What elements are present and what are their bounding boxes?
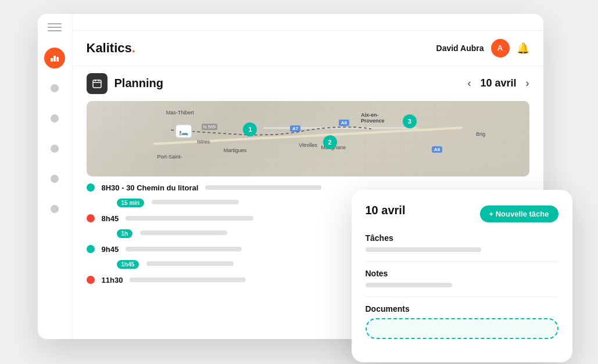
time-2: 8h45 [102,214,119,223]
svg-rect-2 [56,57,59,62]
card-date: 10 avril [366,204,406,217]
highway-a7: A7 [290,125,300,132]
sidebar-item-4[interactable] [44,168,65,189]
document-upload-box[interactable] [366,318,558,339]
map-label-aix: Aix-en-Provence [361,112,385,124]
road-label: N 569 [202,124,217,130]
header [38,14,543,31]
map-label-brig: Brig [476,131,485,137]
notes-section: Notes [366,269,558,287]
planning-title: Planning [114,77,163,90]
tasks-bar [366,247,481,252]
map-marker-2[interactable]: 2 [323,135,337,149]
sidebar-item-5[interactable] [44,199,65,219]
map-marker-3[interactable]: 3 [403,114,417,128]
duration-1: 15 min [117,199,145,207]
dot-2 [87,214,95,222]
svg-rect-3 [93,80,101,88]
divider-2 [366,297,558,297]
tasks-section: Tâches [366,233,558,252]
next-arrow[interactable]: › [526,77,529,89]
time-4: 11h30 [102,276,123,284]
svg-rect-0 [51,58,53,62]
menu-icon[interactable] [48,23,62,34]
bar-4 [130,277,246,282]
route-svg [87,101,529,176]
divider-1 [366,261,558,262]
bar-dur-2 [140,230,227,235]
duration-2: 1h [117,229,133,238]
bar-3 [126,247,242,251]
time-1: 8H30 - 30 Chemin du litoral [102,183,199,192]
time-3: 9h45 [102,245,119,254]
dot-1 [87,183,95,192]
map-label-istres: Istres [197,139,210,145]
logo: Kalitics. [87,41,135,56]
sidebar-item-2[interactable] [44,108,65,129]
planning-bar: Planning ‹ 10 avril › [73,66,543,101]
card-header: 10 avril + Nouvelle tâche [366,204,558,224]
bell-icon[interactable]: 🔔 [517,42,529,55]
map-label-mas-thibert: Mas-Thibert [166,110,194,116]
dot-3 [87,245,95,253]
bar-1 [205,185,321,190]
duration-3: 1h45 [117,260,139,269]
new-task-button[interactable]: + Nouvelle tâche [480,206,558,222]
sidebar-item-charts[interactable] [44,48,65,69]
bar-dur-3 [146,261,234,266]
documents-label: Documents [366,304,558,313]
notes-bar [366,283,452,287]
sidebar [38,14,73,339]
bar-dur-1 [152,200,239,204]
road-2 [263,127,418,129]
map-container: A7 A8 A8 Mas-Thibert Istres Aix-en-Prove… [87,101,529,176]
svg-rect-1 [53,56,56,62]
documents-section: Documents [366,304,558,339]
map-label-port-saint: Port-Saint- [157,154,182,160]
map-label-vitrolles: Vitrolles [299,142,317,148]
notes-label: Notes [366,269,558,278]
user-name: David Aubra [436,44,484,53]
map-label-martigues: Martigues [224,147,247,153]
floating-card: 10 avril + Nouvelle tâche Tâches Notes D… [352,190,572,362]
map-background: A7 A8 A8 Mas-Thibert Istres Aix-en-Prove… [87,101,529,176]
calendar-icon [87,73,108,94]
highway-a8-1: A8 [339,120,349,126]
map-marker-1[interactable]: 1 [243,122,257,136]
sidebar-item-1[interactable] [44,78,65,99]
current-date: 10 avril [480,77,516,89]
user-avatar[interactable]: A [491,39,510,57]
sidebar-item-3[interactable] [44,138,65,159]
dot-4 [87,276,95,284]
highway-a8-2: A8 [432,146,442,153]
date-nav: ‹ 10 avril › [467,77,529,89]
prev-arrow[interactable]: ‹ [467,77,471,89]
bar-2 [126,216,253,221]
hotel-marker: 🛏️ [175,124,192,138]
tasks-label: Tâches [366,233,558,243]
